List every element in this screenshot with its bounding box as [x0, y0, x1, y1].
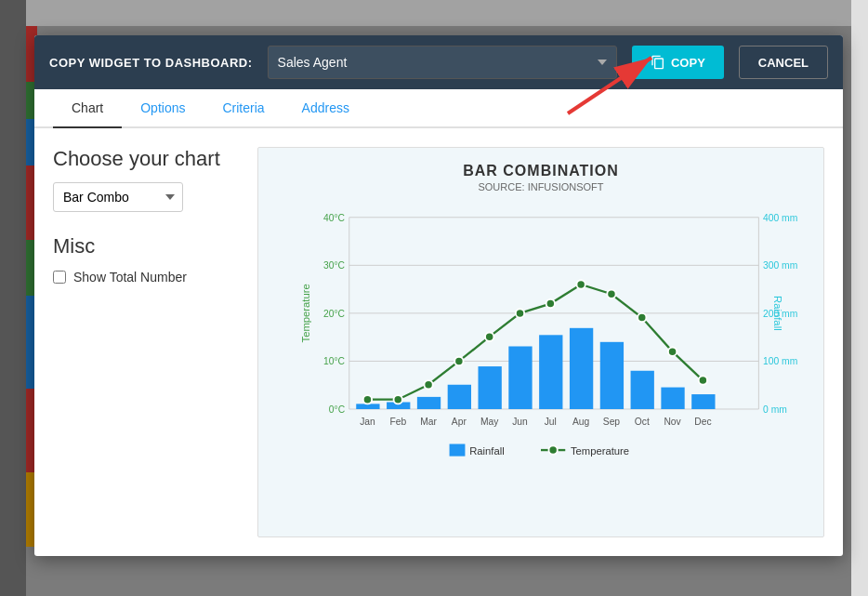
bar-apr [448, 385, 471, 409]
tab-criteria[interactable]: Criteria [204, 89, 283, 128]
dot-oct [638, 313, 646, 322]
copy-button-label: COPY [671, 56, 705, 70]
svg-text:0°C: 0°C [329, 404, 346, 415]
modal-body: Choose your chart Bar Combo Line Pie Bar… [34, 128, 843, 556]
show-total-label: Show Total Number [73, 270, 187, 285]
legend-temp-dot [548, 445, 557, 454]
bar-oct [631, 371, 654, 409]
bar-mar [417, 397, 441, 409]
dot-apr [454, 357, 463, 365]
dot-nov [668, 347, 677, 355]
svg-text:10°C: 10°C [323, 356, 346, 366]
bar-may [479, 366, 502, 409]
dot-aug [576, 280, 585, 288]
svg-text:May: May [480, 417, 499, 427]
dot-may [485, 333, 493, 341]
svg-text:20°C: 20°C [323, 309, 346, 319]
modal-header: COPY WIDGET TO DASHBOARD: Sales Agent Ma… [34, 35, 843, 89]
svg-text:Temperature: Temperature [300, 284, 311, 342]
bar-jun [508, 347, 532, 410]
svg-text:Aug: Aug [572, 417, 590, 427]
dot-jun [516, 309, 524, 317]
svg-text:Sep: Sep [603, 417, 621, 427]
chart-area: BAR COMBINATION SOURCE: INFUSIONSOFT [257, 147, 824, 537]
legend-rainfall-box [450, 444, 466, 457]
dot-feb [394, 395, 402, 404]
tabs-container: Chart Options Criteria Address [34, 89, 843, 128]
bg-left-strip [0, 0, 26, 596]
svg-text:Dec: Dec [694, 417, 711, 427]
legend-rainfall-text: Rainfall [469, 445, 505, 457]
svg-text:400 mm: 400 mm [763, 213, 797, 223]
dashboard-select[interactable]: Sales Agent Main Dashboard Marketing Sup… [268, 46, 617, 79]
tab-options[interactable]: Options [122, 89, 204, 128]
svg-text:Mar: Mar [420, 417, 437, 427]
svg-text:0 mm: 0 mm [763, 404, 787, 415]
svg-text:Jan: Jan [360, 417, 375, 427]
bar-dec [691, 394, 715, 409]
bar-sep [600, 342, 624, 409]
svg-text:Apr: Apr [452, 417, 467, 427]
svg-text:300 mm: 300 mm [763, 260, 797, 271]
svg-text:Feb: Feb [389, 417, 406, 427]
svg-text:Oct: Oct [635, 417, 650, 427]
legend-temp-text: Temperature [571, 445, 629, 457]
svg-text:Jun: Jun [512, 417, 528, 427]
svg-text:Nov: Nov [664, 417, 681, 427]
choose-chart-title: Choose your chart [53, 147, 239, 171]
svg-text:40°C: 40°C [323, 213, 346, 223]
chart-type-wrapper: Bar Combo Line Pie Bar Area [53, 182, 183, 212]
chart-svg-container: 40°C 30°C 20°C 10°C 0°C 400 mm 300 mm 20… [273, 200, 809, 483]
chart-type-select[interactable]: Bar Combo Line Pie Bar Area [53, 182, 183, 212]
svg-text:Rainfall: Rainfall [772, 296, 783, 331]
dot-sep [607, 290, 615, 298]
dot-dec [699, 376, 707, 384]
copy-widget-label: COPY WIDGET TO DASHBOARD: [49, 56, 253, 70]
dot-mar [424, 380, 432, 389]
copy-button[interactable]: COPY [632, 46, 724, 79]
misc-title: Misc [53, 234, 239, 258]
cancel-button[interactable]: CANCEL [739, 46, 828, 79]
show-total-checkbox[interactable] [53, 271, 66, 284]
tab-chart[interactable]: Chart [53, 89, 122, 128]
svg-text:100 mm: 100 mm [763, 356, 797, 366]
bar-nov [661, 388, 684, 409]
cancel-button-label: CANCEL [758, 56, 809, 70]
svg-text:30°C: 30°C [323, 260, 346, 271]
svg-text:Jul: Jul [545, 417, 557, 427]
chart-title: BAR COMBINATION [273, 163, 809, 179]
chart-subtitle: SOURCE: INFUSIONSOFT [273, 181, 809, 192]
modal-dialog: COPY WIDGET TO DASHBOARD: Sales Agent Ma… [34, 35, 843, 556]
bg-right-strip [851, 0, 868, 596]
dot-jan [363, 395, 372, 404]
modal-overlay: COPY WIDGET TO DASHBOARD: Sales Agent Ma… [26, 0, 851, 596]
copy-icon [651, 55, 665, 70]
bar-aug [570, 328, 593, 409]
show-total-row: Show Total Number [53, 270, 239, 285]
dot-jul [546, 299, 555, 308]
left-panel: Choose your chart Bar Combo Line Pie Bar… [53, 147, 239, 537]
bar-jul [539, 335, 562, 409]
tab-address[interactable]: Address [283, 89, 368, 128]
chart-svg: 40°C 30°C 20°C 10°C 0°C 400 mm 300 mm 20… [273, 200, 809, 479]
